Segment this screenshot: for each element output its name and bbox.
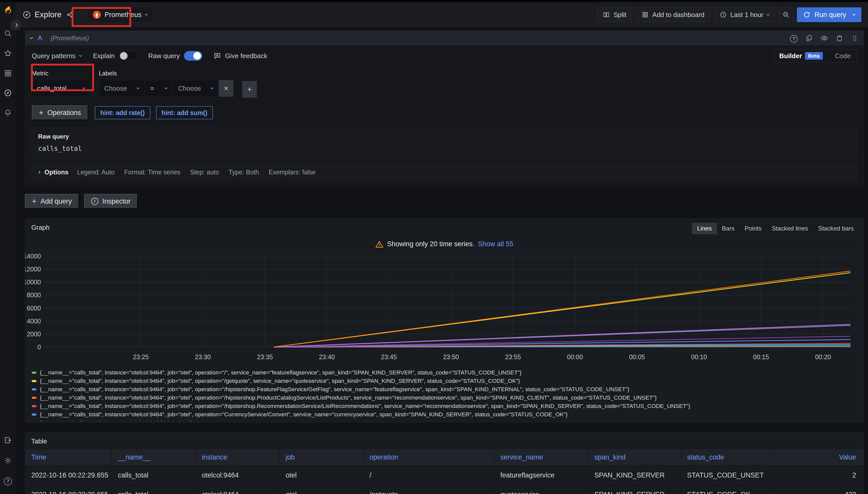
chevron-down-icon [766,13,770,16]
label-name-select[interactable]: Choose [99,80,145,97]
time-range-picker[interactable]: Last 1 hour [714,7,775,22]
comment-icon [214,52,221,60]
explain-toggle-group: Explain [93,51,137,61]
datasource-picker[interactable]: Prometheus [87,6,153,23]
run-query-button[interactable]: Run query [797,7,862,22]
graph-mode-tab-bars[interactable]: Bars [717,223,739,234]
explore-content: A (Prometheus) ? Query patterns Explain [25,31,864,494]
label-value-select[interactable]: Choose [173,80,218,97]
search-icon[interactable] [4,30,12,38]
raw-query-toggle-group: Raw query [148,51,202,61]
options-label: Options [44,169,68,176]
add-query-button[interactable]: + Add query [25,194,79,209]
query-hint-button[interactable]: hint: add rate() [95,106,150,119]
query-help-icon[interactable]: ? [790,34,798,42]
share-icon[interactable] [66,11,74,19]
metric-select[interactable]: calls_total [32,80,90,97]
table-cell: / [363,466,494,485]
plus-icon: + [32,197,37,206]
remove-label-filter-button[interactable]: × [219,80,234,97]
column-header-statuscode[interactable]: status_code [681,449,774,466]
column-header-instance[interactable]: instance [195,449,279,466]
split-button[interactable]: Split [597,7,632,22]
top-navbar: Explore Prometheus Split Add to dashboar… [16,2,868,27]
table-cell: calls_total [111,485,195,494]
labels-field: Labels Choose = Choose [99,70,234,97]
settings-gear-icon[interactable] [4,456,12,464]
drag-grip-icon[interactable] [851,34,858,42]
table-cell: STATUS_CODE_UNSET [681,466,774,485]
give-feedback-label: Give feedback [225,52,267,60]
options-row[interactable]: Options Legend: AutoFormat: Time seriesS… [32,164,857,180]
y-axis-tick: 4000 [27,318,41,325]
explore-compass-icon[interactable] [4,89,12,97]
grafana-logo[interactable] [2,5,14,16]
hint-chips: hint: add rate()hint: add sum() [95,106,213,119]
add-to-dashboard-button[interactable]: Add to dashboard [636,7,710,22]
chevron-down-icon [164,86,168,89]
add-to-dashboard-label: Add to dashboard [652,11,704,19]
inspector-button[interactable]: i Inspector [84,194,138,209]
add-operation-button[interactable]: + Operations [32,106,88,120]
column-header-value[interactable]: Value [774,449,864,466]
legend-item[interactable]: {__name__="calls_total", instance="otelc… [32,368,861,377]
legend-item[interactable]: {__name__="calls_total", instance="otelc… [32,394,861,402]
add-label-filter-button[interactable]: + [242,81,257,98]
label-operator-select[interactable]: = [145,80,173,97]
give-feedback-link[interactable]: Give feedback [214,52,267,60]
column-header-operation[interactable]: operation [363,449,494,466]
warning-text: Showing only 20 time series. [387,240,474,248]
legend-item[interactable]: {__name__="calls_total", instance="otelc… [32,377,861,385]
run-query-label: Run query [814,11,846,19]
legend-item-label: {__name__="calls_total", instance="otelc… [40,411,568,418]
graph-mode-tab-points[interactable]: Points [739,223,766,234]
duplicate-query-icon[interactable] [805,34,813,42]
column-header-time[interactable]: Time [25,449,111,466]
graph-mode-tab-stacked-bars[interactable]: Stacked bars [813,223,859,234]
alerting-bell-icon[interactable] [4,109,12,117]
legend-item-label: {__name__="calls_total", instance="otelc… [40,378,520,384]
hide-response-eye-icon[interactable] [820,34,828,42]
collapse-chevron-icon[interactable] [30,36,33,39]
raw-query-box: Raw query calls_total [32,128,857,159]
starred-icon[interactable] [4,49,12,57]
column-header-name[interactable]: __name__ [111,449,195,466]
operations-row: + Operations hint: add rate()hint: add s… [32,106,857,120]
help-icon[interactable]: ? [4,477,12,485]
sign-in-icon[interactable] [4,436,12,444]
table-cell: /getquote [363,485,494,494]
column-header-job[interactable]: job [279,449,363,466]
zoom-out-button[interactable] [779,7,793,22]
x-axis-tick: 23:25 [133,353,149,360]
table-cell: 2022-10-16 00:22:29.655 [25,466,111,485]
table-cell: quoteservice [494,485,588,494]
table-cell: 2022-10-16 00:22:29.655 [25,485,111,494]
legend-item[interactable]: {__name__="calls_total", instance="otelc… [32,385,861,394]
sidebar-expand-button[interactable] [11,20,21,30]
legend-color-swatch [32,372,36,374]
legend-item-label: {__name__="calls_total", instance="otelc… [40,395,656,401]
query-patterns-dropdown[interactable]: Query patterns [32,52,82,60]
legend-item[interactable]: {__name__="calls_total", instance="otelc… [32,402,861,410]
table-cell: featureflagservice [494,466,588,485]
query-hint-button[interactable]: hint: add sum() [156,106,213,119]
beta-badge: Beta [805,52,823,60]
column-header-spankind[interactable]: span_kind [588,449,681,466]
x-axis-tick: 00:20 [815,353,831,360]
legend-item[interactable]: {__name__="calls_total", instance="otelc… [32,410,861,419]
remove-query-trash-icon[interactable] [836,34,843,42]
code-tab[interactable]: Code [829,50,857,62]
explain-toggle[interactable] [119,51,137,61]
results-table: Time__name__instancejoboperationservice_… [25,449,864,494]
dashboards-icon[interactable] [4,69,12,77]
prometheus-logo-icon [92,11,101,19]
raw-query-toggle[interactable] [184,51,202,61]
graph-mode-tab-stacked-lines[interactable]: Stacked lines [766,223,813,234]
table-cell: STATUS_CODE_OK [681,485,774,494]
graph-mode-tab-lines[interactable]: Lines [692,223,717,234]
builder-tab[interactable]: Builder Beta [773,50,829,62]
apps-grid-icon [641,11,649,18]
show-all-series-link[interactable]: Show all 55 [478,240,513,248]
column-header-servicename[interactable]: service_name [494,449,588,466]
x-axis-tick: 23:40 [319,353,335,360]
